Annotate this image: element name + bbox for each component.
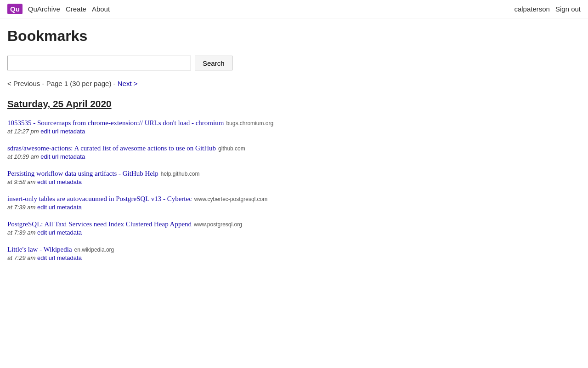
bookmark-title-row: insert-only tables are autovacuumed in P…	[7, 195, 406, 203]
section: Saturday, 25 April 20201053535 - Sourcem…	[7, 98, 406, 261]
bookmark-title-row: Little's law - Wikipediaen.wikipedia.org	[7, 245, 406, 253]
bookmark-metadata-link[interactable]: url metadata	[52, 128, 85, 135]
bookmark-time: at 10:39 am	[7, 153, 40, 160]
bookmark-edit-link[interactable]: edit	[40, 128, 50, 135]
nav-username[interactable]: calpaterson	[514, 5, 550, 13]
main-content: Bookmarks Search < Previous - Page 1 (30…	[0, 18, 413, 280]
prev-label: < Previous	[7, 80, 40, 87]
bookmark-meta: at 7:29 am edit url metadata	[7, 254, 406, 261]
bookmark-item: 1053535 - Sourcemaps from chrome-extensi…	[7, 119, 406, 135]
bookmark-item: insert-only tables are autovacuumed in P…	[7, 195, 406, 211]
bookmark-link[interactable]: sdras/awesome-actions: A curated list of…	[7, 144, 216, 152]
bookmark-metadata-link[interactable]: url metadata	[49, 178, 82, 185]
next-link[interactable]: Next >	[118, 80, 138, 87]
bookmark-edit-link[interactable]: edit	[40, 153, 50, 160]
sections-container: Saturday, 25 April 20201053535 - Sourcem…	[7, 98, 406, 261]
bookmark-link[interactable]: Little's law - Wikipedia	[7, 246, 72, 253]
bookmark-metadata-link[interactable]: url metadata	[49, 254, 82, 261]
bookmark-time: at 7:39 am	[7, 204, 37, 211]
bookmark-time: at 7:39 am	[7, 229, 37, 236]
bookmark-title-row: PostgreSQL: All Taxi Services need Index…	[7, 220, 406, 228]
page-title: Bookmarks	[7, 28, 406, 45]
bookmark-title-row: 1053535 - Sourcemaps from chrome-extensi…	[7, 119, 406, 127]
nav-right: calpaterson Sign out	[514, 5, 581, 13]
bookmark-meta: at 12:27 pm edit url metadata	[7, 128, 406, 135]
bookmark-edit-link[interactable]: edit	[37, 204, 47, 211]
search-button[interactable]: Search	[195, 56, 232, 70]
bookmark-link[interactable]: insert-only tables are autovacuumed in P…	[7, 195, 192, 202]
nav-create[interactable]: Create	[66, 5, 86, 13]
bookmark-domain: www.cybertec-postgresql.com	[194, 196, 267, 202]
search-input[interactable]	[7, 56, 191, 70]
bookmark-meta: at 7:39 am edit url metadata	[7, 204, 406, 211]
bookmark-meta: at 7:39 am edit url metadata	[7, 229, 406, 236]
bookmark-metadata-link[interactable]: url metadata	[49, 229, 82, 236]
bookmark-item: Little's law - Wikipediaen.wikipedia.org…	[7, 245, 406, 261]
bookmark-link[interactable]: 1053535 - Sourcemaps from chrome-extensi…	[7, 119, 224, 126]
bookmark-domain: en.wikipedia.org	[74, 247, 114, 253]
navbar: Qu QuArchive Create About calpaterson Si…	[0, 0, 588, 18]
bookmark-meta: at 10:39 am edit url metadata	[7, 153, 406, 160]
bookmark-title-row: Persisting workflow data using artifacts…	[7, 169, 406, 178]
search-row: Search	[7, 56, 406, 70]
bookmark-domain: github.com	[218, 145, 245, 152]
bookmark-edit-link[interactable]: edit	[37, 229, 47, 236]
bookmark-item: sdras/awesome-actions: A curated list of…	[7, 144, 406, 160]
nav-left: Qu QuArchive Create About	[7, 4, 110, 14]
bookmark-domain: bugs.chromium.org	[226, 120, 273, 126]
logo-link[interactable]: Qu	[7, 4, 23, 14]
bookmark-domain: help.github.com	[161, 171, 200, 177]
nav-signout[interactable]: Sign out	[555, 5, 581, 13]
bookmark-meta: at 9:58 am edit url metadata	[7, 178, 406, 185]
bookmark-title-row: sdras/awesome-actions: A curated list of…	[7, 144, 406, 152]
pagination: < Previous - Page 1 (30 per page) - Next…	[7, 80, 406, 87]
page-info: - Page 1 (30 per page) -	[42, 80, 117, 87]
nav-about[interactable]: About	[92, 5, 110, 13]
bookmark-time: at 7:29 am	[7, 254, 37, 261]
bookmark-item: Persisting workflow data using artifacts…	[7, 169, 406, 185]
date-header: Saturday, 25 April 2020	[7, 98, 406, 109]
bookmark-item: PostgreSQL: All Taxi Services need Index…	[7, 220, 406, 236]
bookmark-time: at 9:58 am	[7, 178, 37, 185]
bookmark-link[interactable]: PostgreSQL: All Taxi Services need Index…	[7, 220, 192, 228]
bookmark-time: at 12:27 pm	[7, 128, 40, 135]
bookmark-edit-link[interactable]: edit	[37, 178, 47, 185]
bookmark-domain: www.postgresql.org	[194, 221, 242, 228]
bookmark-metadata-link[interactable]: url metadata	[52, 153, 85, 160]
bookmark-link[interactable]: Persisting workflow data using artifacts…	[7, 170, 158, 177]
nav-appname[interactable]: QuArchive	[28, 5, 60, 13]
bookmark-edit-link[interactable]: edit	[37, 254, 47, 261]
bookmark-metadata-link[interactable]: url metadata	[49, 204, 82, 211]
